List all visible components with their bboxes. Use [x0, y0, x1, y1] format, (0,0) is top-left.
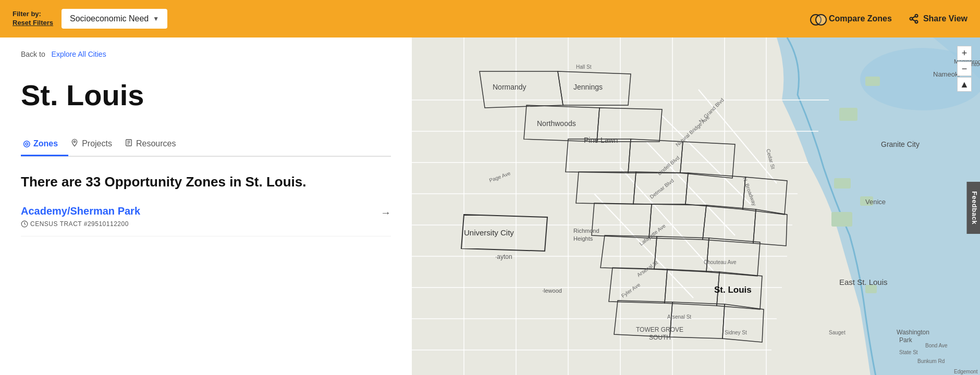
- svg-text:Edgemont: Edgemont: [954, 369, 978, 374]
- map-container[interactable]: Normandy Jennings Northwoods Pine Lawn U…: [412, 38, 980, 375]
- svg-text:Chouteau Ave: Chouteau Ave: [704, 259, 737, 265]
- projects-icon: [70, 139, 79, 149]
- svg-text:·ayton: ·ayton: [495, 253, 512, 260]
- svg-text:Sidney St: Sidney St: [725, 330, 747, 335]
- filter-by-label[interactable]: Filter by: Reset Filters: [13, 10, 53, 28]
- tabs-bar: ◎ Zones Projects Resources: [21, 132, 391, 157]
- svg-point-5: [74, 141, 75, 142]
- svg-text:Jennings: Jennings: [573, 83, 603, 91]
- svg-rect-13: [839, 108, 858, 121]
- zoom-in-button[interactable]: +: [957, 46, 972, 60]
- svg-text:Arsenal St: Arsenal St: [667, 314, 691, 320]
- census-icon: [21, 220, 28, 228]
- svg-text:SOUTH: SOUTH: [649, 334, 671, 341]
- svg-rect-15: [834, 178, 851, 189]
- svg-text:Northwoods: Northwoods: [537, 119, 576, 128]
- share-view-button[interactable]: Share View: [909, 14, 967, 24]
- svg-text:Venice: Venice: [865, 198, 886, 206]
- svg-text:Normandy: Normandy: [493, 83, 526, 91]
- compare-zones-button[interactable]: Compare Zones: [810, 14, 892, 23]
- compare-zones-icon: [810, 15, 825, 23]
- tab-resources[interactable]: Resources: [123, 132, 186, 157]
- zone-arrow-icon: →: [381, 207, 391, 219]
- svg-text:St. Louis: St. Louis: [714, 285, 752, 295]
- breadcrumb: Back to Explore All Cities: [21, 50, 391, 58]
- svg-text:Park: Park: [899, 336, 913, 344]
- svg-text:Washington: Washington: [897, 329, 929, 336]
- opportunity-count: There are 33 Opportunity Zones in St. Lo…: [21, 173, 391, 191]
- svg-text:Bunkum Rd: Bunkum Rd: [917, 358, 945, 364]
- svg-text:Heights: Heights: [573, 235, 593, 242]
- svg-text:University City: University City: [464, 228, 514, 237]
- map-wrapper: Normandy Jennings Northwoods Pine Lawn U…: [412, 38, 980, 375]
- share-icon: [909, 14, 919, 24]
- resources-icon: [125, 139, 133, 149]
- zone-name-link[interactable]: Academy/Sherman Park: [21, 205, 140, 217]
- reset-filters-link[interactable]: Reset Filters: [13, 19, 53, 27]
- svg-text:Bond Ave: Bond Ave: [925, 343, 948, 348]
- tab-projects[interactable]: Projects: [68, 132, 123, 157]
- census-tract: CENSUS TRACT #29510112200: [21, 220, 391, 228]
- svg-text:·lewood: ·lewood: [542, 288, 562, 294]
- svg-rect-17: [831, 212, 852, 227]
- svg-text:Sauget: Sauget: [829, 330, 846, 335]
- svg-text:Nameoki: Nameoki: [933, 70, 960, 78]
- map-controls: + − ▲: [957, 46, 972, 92]
- chevron-down-icon: ▼: [153, 15, 159, 22]
- main-content: Back to Explore All Cities St. Louis ◎ Z…: [0, 38, 980, 375]
- tab-zones[interactable]: ◎ Zones: [21, 132, 68, 156]
- svg-line-4: [912, 16, 915, 18]
- svg-text:TOWER GROVE: TOWER GROVE: [636, 326, 683, 333]
- filter-section: Filter by: Reset Filters Socioeconomic N…: [13, 9, 167, 29]
- svg-rect-14: [865, 77, 880, 86]
- svg-text:Richmond: Richmond: [573, 228, 599, 234]
- zones-icon: ◎: [23, 139, 30, 148]
- svg-text:Granite City: Granite City: [881, 140, 920, 148]
- svg-text:Pine Lawn: Pine Lawn: [584, 136, 618, 144]
- zoom-out-button[interactable]: −: [957, 61, 972, 76]
- svg-text:Hall St: Hall St: [576, 64, 592, 70]
- left-panel: Back to Explore All Cities St. Louis ◎ Z…: [0, 38, 412, 375]
- zone-name-row: Academy/Sherman Park →: [21, 205, 391, 220]
- header: Filter by: Reset Filters Socioeconomic N…: [0, 0, 980, 38]
- header-actions: Compare Zones Share View: [810, 14, 967, 24]
- filter-dropdown[interactable]: Socioeconomic Need ▼: [62, 9, 167, 29]
- zone-card: Academy/Sherman Park → CENSUS TRACT #295…: [21, 205, 391, 236]
- svg-text:East St. Louis: East St. Louis: [839, 278, 888, 286]
- svg-line-3: [912, 19, 915, 21]
- svg-text:State St: State St: [899, 349, 918, 355]
- reset-bearing-button[interactable]: ▲: [957, 77, 972, 92]
- city-title: St. Louis: [21, 79, 391, 111]
- feedback-tab[interactable]: Feedback: [967, 182, 980, 234]
- explore-all-cities-link[interactable]: Explore All Cities: [52, 50, 106, 58]
- map-svg: Normandy Jennings Northwoods Pine Lawn U…: [412, 38, 980, 375]
